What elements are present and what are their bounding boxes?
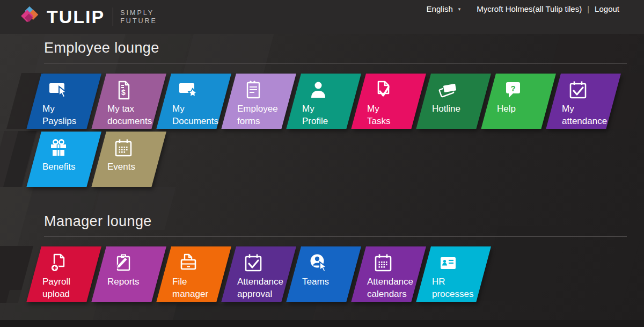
brand-logo-block[interactable]: TULIP SIMPLY FUTURE [18, 4, 157, 29]
gift-icon [48, 137, 69, 159]
tile-my-payslips[interactable]: My Payslips [41, 74, 101, 129]
tile-my-documents[interactable]: My Documents [171, 74, 231, 129]
task-check-icon [372, 79, 394, 101]
language-selector[interactable]: English ▾ [427, 4, 461, 13]
tile-attendance-approval[interactable]: Attendance approval [236, 246, 296, 302]
tile-hr-processes[interactable]: HR processes [431, 246, 491, 302]
section-title-employee: Employee lounge [44, 40, 159, 56]
language-label: English [427, 4, 453, 13]
tile-label: Employee forms [237, 103, 296, 127]
employee-tile-row-1: My Payslips $ My tax documents [41, 74, 621, 129]
clipboard-pencil-icon [113, 252, 134, 274]
tile-label: Events [107, 161, 166, 173]
tile-label: My Payslips [42, 103, 101, 127]
cash-icon [437, 79, 459, 101]
brand-tagline: SIMPLY FUTURE [120, 8, 157, 25]
form-checklist-icon [243, 79, 264, 101]
tile-label: Reports [107, 275, 166, 288]
background-shape [27, 187, 99, 215]
payslip-card-cursor-icon [48, 79, 69, 101]
calendar-icon [372, 252, 394, 274]
tile-events[interactable]: Events [106, 132, 166, 187]
svg-text:$: $ [121, 88, 126, 97]
id-card-icon [437, 252, 459, 274]
calendar-check-icon [243, 252, 264, 274]
top-nav: English ▾ Mycroft Holmes(all Tulip tiles… [427, 4, 619, 13]
tile-my-attendance[interactable]: My attendance [561, 74, 621, 129]
tax-document-icon: $ [113, 79, 134, 101]
file-drawer-icon [178, 252, 199, 274]
tile-label: Attendance approval [237, 275, 296, 300]
tile-my-tax-documents[interactable]: $ My tax documents [106, 74, 166, 129]
tile-label: My attendance [562, 103, 621, 127]
document-plus-icon [48, 252, 69, 274]
tile-label: My Profile [302, 103, 361, 127]
background-shape [183, 31, 275, 73]
section-title-manager: Manager lounge [44, 213, 152, 230]
tile-label: Payroll upload [42, 275, 101, 300]
tile-label: Help [497, 103, 556, 115]
background-shape [479, 226, 644, 301]
svg-text:?: ? [510, 84, 515, 93]
calendar-check-icon [567, 79, 589, 101]
tile-reports[interactable]: Reports [106, 246, 166, 302]
tile-payroll-upload[interactable]: Payroll upload [41, 246, 101, 302]
section-rule-employee [44, 63, 627, 64]
person-icon [308, 79, 329, 101]
tile-label: HR processes [432, 275, 491, 300]
brand-divider [113, 8, 113, 26]
top-bar: TULIP SIMPLY FUTURE English ▾ Mycroft Ho… [0, 0, 644, 34]
tagline-line1: SIMPLY [120, 9, 154, 17]
background-shape [549, 30, 642, 75]
tile-teams[interactable]: Teams [301, 246, 361, 302]
tile-label: Hotline [432, 103, 491, 115]
background-shape [0, 187, 33, 246]
chevron-down-icon: ▾ [458, 6, 461, 12]
logout-link[interactable]: Logout [595, 4, 619, 13]
tile-my-profile[interactable]: My Profile [301, 74, 361, 129]
tile-help[interactable]: ? Help [496, 74, 556, 129]
calendar-icon [113, 137, 134, 159]
section-rule-manager [44, 236, 627, 237]
bottom-strip [0, 320, 644, 327]
tagline-line2: FUTURE [120, 17, 157, 25]
tile-label: My Documents [172, 103, 231, 127]
tile-hotline[interactable]: Hotline [431, 74, 491, 129]
tile-label: Teams [302, 275, 361, 288]
tile-attendance-calendars[interactable]: Attendance calendars [366, 246, 426, 302]
tile-label: File manager [172, 275, 231, 300]
tile-benefits[interactable]: Benefits [41, 132, 101, 187]
tile-my-tasks[interactable]: My Tasks [366, 74, 426, 129]
person-cursor-icon [308, 252, 329, 274]
employee-tile-row-2: Benefits Events [41, 132, 166, 187]
help-bubble-icon: ? [502, 79, 524, 101]
tile-file-manager[interactable]: File manager [171, 246, 231, 302]
tile-label: Attendance calendars [367, 275, 426, 300]
manager-tile-row: Payroll upload Reports [41, 246, 491, 302]
nav-divider: | [587, 4, 589, 13]
tile-label: My tax documents [107, 103, 166, 127]
document-star-icon [178, 79, 199, 101]
user-name: Mycroft Holmes(all Tulip tiles) [477, 4, 582, 13]
tile-employee-forms[interactable]: Employee forms [236, 74, 296, 129]
tile-label: Benefits [42, 161, 101, 173]
tile-label: My Tasks [367, 103, 426, 127]
brand-name: TULIP [47, 6, 105, 27]
tulip-logo-icon [18, 4, 42, 29]
